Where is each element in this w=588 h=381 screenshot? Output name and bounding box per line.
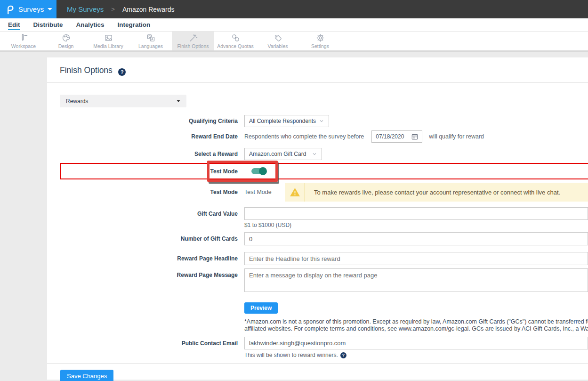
top-header-bar: Surveys My Surveys > Amazon Rewards [0,0,588,18]
number-of-gift-cards-label: Number of Gift Cards [60,235,244,242]
questionpro-logo-icon [6,4,14,15]
reward-end-date-row: Reward End Date Respondents who complete… [60,130,588,143]
chevron-down-icon [312,151,317,157]
number-of-gift-cards-row: Number of Gift Cards [60,232,588,245]
save-changes-button[interactable]: Save Changes [60,370,113,381]
surveys-app-menu[interactable]: Surveys [0,0,56,18]
amazon-disclaimer: *Amazon.com is not a sponsor of this pro… [244,318,588,332]
gift-card-value-input[interactable] [244,207,588,220]
tab-distribute[interactable]: Distribute [27,21,70,28]
magic-wand-icon [188,33,198,42]
rewards-form: Qualifying Criteria All Complete Respond… [60,115,588,381]
reward-end-date-field[interactable] [371,130,422,143]
chevron-down-icon [177,100,180,102]
app-menu-label: Surveys [18,5,44,13]
warning-triangle-icon [290,187,300,197]
reward-page-message-textarea[interactable] [244,268,588,292]
page-title: Finish Options [60,65,113,75]
tag-icon [273,33,283,42]
test-mode-status-row: Test Mode Test Mode To make rewards live… [60,183,588,202]
select-reward-select[interactable]: Amazon.com Gift Card [244,148,322,160]
test-mode-toggle-row: Test Mode [60,163,588,179]
qualifying-criteria-label: Qualifying Criteria [60,118,244,124]
help-icon[interactable] [340,352,346,358]
test-mode-toggle-switch[interactable] [251,168,266,174]
toolbar-item-media-library[interactable]: Media Library [87,32,129,50]
reward-end-date-suffix: will qualify for reward [429,133,484,140]
warning-message: To make rewards live, please contact you… [305,189,560,196]
reward-end-date-input[interactable] [376,133,409,140]
disclaimer-line-2: affiliated websites. For complete terms … [244,325,588,332]
finish-options-panel: Finish Options Rewards Qualifying Criter… [47,57,588,380]
survey-nav-tabs: Edit Distribute Analytics Integration [0,18,588,32]
breadcrumb-current-survey: Amazon Rewards [122,6,175,13]
gift-card-value-label: Gift Card Value [60,207,244,217]
toolbar-item-languages[interactable]: Languages [129,32,172,50]
test-mode-toggle-label: Test Mode [60,168,244,175]
chevron-down-icon [319,118,324,124]
image-icon [104,33,113,42]
public-contact-email-input[interactable] [244,337,588,349]
toolbar-item-variables[interactable]: Variables [257,32,299,50]
reward-page-message-row: Reward Page Message [60,268,588,294]
section-divider [47,82,588,83]
public-contact-email-helper: This will be shown to reward winners. [244,352,338,358]
chain-links-icon [231,33,241,42]
page-body: Finish Options Rewards Qualifying Criter… [0,57,588,381]
select-reward-label: Select a Reward [60,151,244,157]
gift-card-value-row: Gift Card Value $1 to $1000 (USD) [60,207,588,228]
select-reward-row: Select a Reward Amazon.com Gift Card [60,148,588,160]
breadcrumb: My Surveys > Amazon Rewards [56,0,588,18]
translate-icon [146,33,156,42]
chevron-down-icon [48,8,52,10]
test-mode-status-value: Test Mode [244,189,285,195]
test-mode-status-label: Test Mode [60,189,244,195]
toolbar-item-workspace[interactable]: Workspace [2,32,45,50]
preview-button[interactable]: Preview [244,302,278,314]
gear-icon [315,33,325,42]
reward-page-message-label: Reward Page Message [60,268,244,278]
gift-card-value-helper: $1 to $1000 (USD) [244,222,588,228]
number-of-gift-cards-input[interactable] [244,232,588,245]
preview-row: Preview *Amazon.com is not a sponsor of … [60,298,588,332]
workspace-icon [19,33,29,42]
palette-icon [61,33,71,42]
warning-banner: To make rewards live, please contact you… [285,183,588,202]
reward-end-date-prefix: Respondents who complete the survey befo… [244,133,364,140]
toolbar-item-finish-options[interactable]: Finish Options [172,32,214,50]
qualifying-criteria-row: Qualifying Criteria All Complete Respond… [60,115,588,127]
breadcrumb-separator: > [111,6,115,13]
toolbar-item-design[interactable]: Media Library Design [45,32,87,50]
reward-page-headline-row: Reward Page Headline [60,252,588,265]
rewards-section-dropdown[interactable]: Rewards [60,95,186,107]
help-icon[interactable] [118,68,126,76]
breadcrumb-my-surveys[interactable]: My Surveys [67,5,104,13]
public-contact-email-row: Public Contact Email This will be shown … [60,337,588,358]
toolbar-item-advance-quotas[interactable]: Advance Quotas [214,32,257,50]
toggle-knob [259,167,267,175]
tab-integration[interactable]: Integration [111,21,157,28]
rewards-section-label: Rewards [66,98,88,105]
calendar-icon[interactable] [411,133,418,140]
reward-page-headline-label: Reward Page Headline [60,255,244,262]
reward-end-date-label: Reward End Date [60,133,244,140]
qualifying-criteria-select[interactable]: All Complete Respondents [244,115,329,127]
reward-page-headline-input[interactable] [244,252,588,265]
tab-edit[interactable]: Edit [4,21,27,28]
disclaimer-line-1: *Amazon.com is not a sponsor of this pro… [244,318,588,325]
toolbar-item-settings[interactable]: Settings [299,32,341,50]
edit-toolbar: Workspace Media Library Design Media Lib… [0,32,588,52]
public-contact-email-label: Public Contact Email [60,337,244,347]
footer-divider [47,363,588,364]
tab-analytics[interactable]: Analytics [70,21,111,28]
